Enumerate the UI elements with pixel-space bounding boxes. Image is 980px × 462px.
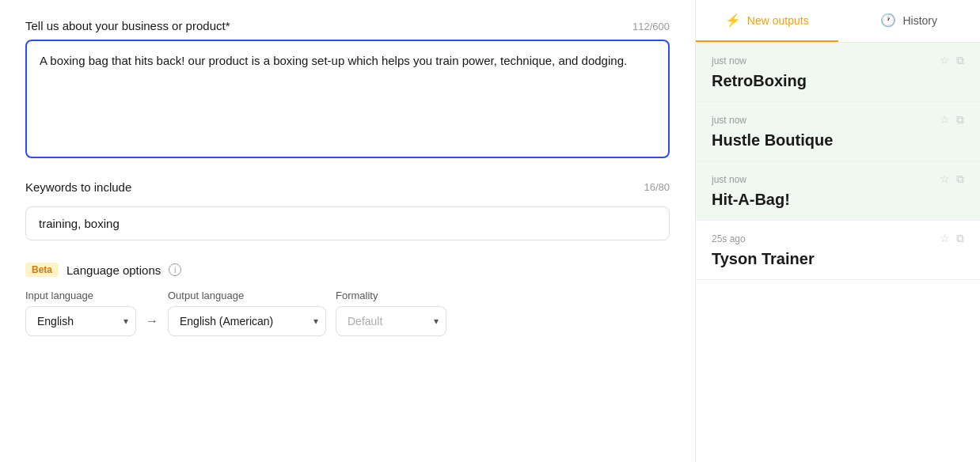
sidebar-tabs: ⚡ New outputs 🕐 History <box>696 0 980 43</box>
formality-wrapper: Default ▾ <box>336 306 446 336</box>
language-header: Beta Language options i <box>25 263 670 277</box>
input-language-wrapper: English ▾ <box>25 306 136 336</box>
info-icon[interactable]: i <box>169 263 181 276</box>
language-selectors: Input language English ▾ → Output langua… <box>25 290 670 336</box>
copy-icon-1[interactable]: ⧉ <box>956 113 964 127</box>
keywords-label: Keywords to include <box>25 180 131 194</box>
formality-group: Formality Default ▾ <box>336 290 446 336</box>
required-indicator: * <box>226 19 230 32</box>
keywords-char-count: 16/80 <box>644 181 670 193</box>
output-item-2[interactable]: just now ☆ ⧉ Hit-A-Bag! <box>696 161 980 221</box>
output-meta-0: just now ☆ ⧉ <box>712 54 964 67</box>
language-section: Beta Language options i Input language E… <box>25 263 670 336</box>
history-tab-label: History <box>902 14 937 27</box>
output-time-2: just now <box>712 174 746 185</box>
language-options-label: Language options <box>66 263 161 277</box>
formality-select[interactable]: Default <box>336 306 446 336</box>
formality-label: Formality <box>336 290 446 301</box>
keywords-field-header: Keywords to include 16/80 <box>25 180 670 194</box>
output-language-label: Output language <box>168 290 326 301</box>
output-meta-1: just now ☆ ⧉ <box>712 113 964 127</box>
output-name-0: RetroBoxing <box>712 72 964 90</box>
input-language-group: Input language English ▾ <box>25 290 136 336</box>
output-item-3[interactable]: 25s ago ☆ ⧉ Tyson Trainer <box>696 221 980 280</box>
main-content: Tell us about your business or product* … <box>0 0 695 462</box>
sidebar: ⚡ New outputs 🕐 History just now ☆ ⧉ Ret… <box>695 0 980 462</box>
input-language-select[interactable]: English <box>25 306 136 336</box>
lightning-icon: ⚡ <box>725 13 741 28</box>
output-name-3: Tyson Trainer <box>712 250 964 268</box>
business-label: Tell us about your business or product* <box>25 19 230 33</box>
clock-icon: 🕐 <box>880 13 896 28</box>
keywords-input[interactable]: training, boxing <box>25 206 670 240</box>
copy-icon-2[interactable]: ⧉ <box>956 172 964 186</box>
star-icon-3[interactable]: ☆ <box>940 232 950 245</box>
arrow-separator: → <box>146 314 158 328</box>
output-language-select[interactable]: English (American) <box>168 306 326 336</box>
output-item-1[interactable]: just now ☆ ⧉ Hustle Boutique <box>696 102 980 161</box>
output-actions-2: ☆ ⧉ <box>940 172 964 186</box>
output-language-wrapper: English (American) ▾ <box>168 306 326 336</box>
keywords-section: Keywords to include 16/80 training, boxi… <box>25 180 670 240</box>
outputs-list: just now ☆ ⧉ RetroBoxing just now ☆ ⧉ Hu… <box>696 43 980 462</box>
tab-new-outputs[interactable]: ⚡ New outputs <box>696 0 838 42</box>
output-actions-3: ☆ ⧉ <box>940 232 964 245</box>
business-textarea[interactable]: A boxing bag that hits back! our product… <box>25 40 670 158</box>
output-time-0: just now <box>712 55 746 66</box>
input-language-label: Input language <box>25 290 136 301</box>
output-time-3: 25s ago <box>712 233 746 244</box>
output-language-group: Output language English (American) ▾ <box>168 290 326 336</box>
business-label-text: Tell us about your business or product <box>25 19 226 32</box>
business-field-header: Tell us about your business or product* … <box>25 19 670 33</box>
star-icon-2[interactable]: ☆ <box>940 172 950 186</box>
output-meta-3: 25s ago ☆ ⧉ <box>712 232 964 245</box>
output-actions-0: ☆ ⧉ <box>940 54 964 67</box>
star-icon-1[interactable]: ☆ <box>940 113 950 127</box>
business-char-count: 112/600 <box>632 21 670 32</box>
output-actions-1: ☆ ⧉ <box>940 113 964 127</box>
output-name-2: Hit-A-Bag! <box>712 191 964 209</box>
beta-badge: Beta <box>25 263 59 277</box>
output-time-1: just now <box>712 115 746 126</box>
tab-history[interactable]: 🕐 History <box>838 0 981 42</box>
output-meta-2: just now ☆ ⧉ <box>712 172 964 186</box>
copy-icon-3[interactable]: ⧉ <box>956 232 964 245</box>
copy-icon-0[interactable]: ⧉ <box>956 54 964 67</box>
new-outputs-tab-label: New outputs <box>747 14 809 27</box>
output-name-1: Hustle Boutique <box>712 131 964 150</box>
output-item-0[interactable]: just now ☆ ⧉ RetroBoxing <box>696 43 980 102</box>
star-icon-0[interactable]: ☆ <box>940 54 950 67</box>
